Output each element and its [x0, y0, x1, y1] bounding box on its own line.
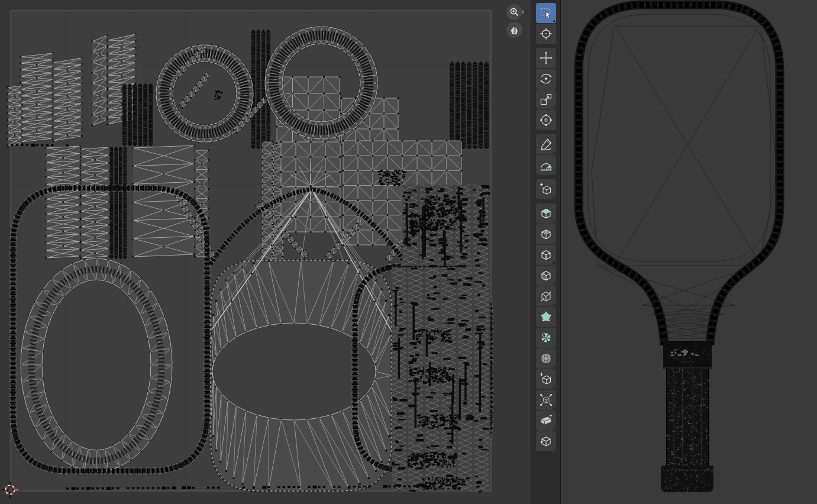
submenu-corner-indicator [553, 303, 555, 305]
edit-mode-toolbar [531, 0, 561, 504]
poly-build-icon [539, 310, 553, 324]
submenu-corner-indicator [553, 20, 555, 22]
transform-icon [539, 113, 553, 127]
rotate-icon [539, 72, 553, 86]
submenu-corner-indicator [553, 386, 555, 388]
tool-cursor-button[interactable] [536, 24, 556, 44]
submenu-corner-indicator [553, 282, 555, 285]
select-box-icon [539, 6, 553, 20]
add-cube-icon [539, 182, 553, 196]
tool-bevel-button[interactable] [536, 245, 556, 265]
shear-icon [539, 413, 553, 428]
smooth-icon [539, 351, 553, 366]
loop-cut-icon [539, 269, 553, 283]
tool-loop-cut-button[interactable] [536, 266, 556, 286]
scale-icon [539, 92, 553, 106]
tool-move-button[interactable] [536, 48, 556, 68]
tool-rip-region-button[interactable] [536, 431, 556, 451]
region-collapse-arrow[interactable]: ‹ [521, 8, 525, 17]
submenu-corner-indicator [553, 220, 555, 222]
pan-icon [509, 25, 519, 35]
pan-button[interactable] [506, 22, 522, 38]
tool-annotate-button[interactable] [536, 134, 556, 154]
shrink-fatten-icon [539, 393, 553, 407]
tool-add-cube-button[interactable] [536, 179, 556, 199]
tool-shrink-fatten-button[interactable] [536, 390, 556, 410]
uv-editor-pane: ‹ [0, 0, 531, 504]
submenu-corner-indicator [553, 406, 555, 409]
tool-shear-button[interactable] [536, 411, 556, 431]
tool-rotate-button[interactable] [536, 69, 556, 89]
tool-smooth-button[interactable] [536, 348, 556, 369]
tool-spin-button[interactable] [536, 328, 556, 348]
tool-poly-build-button[interactable] [536, 307, 556, 327]
viewport-3d-canvas[interactable] [561, 0, 817, 504]
submenu-corner-indicator [553, 427, 555, 429]
submenu-corner-indicator [553, 448, 555, 450]
bevel-icon [539, 248, 553, 262]
submenu-corner-indicator [553, 261, 555, 264]
tool-knife-button[interactable] [536, 286, 556, 306]
submenu-corner-indicator [553, 196, 555, 198]
knife-icon [539, 289, 553, 303]
tool-select-box-button[interactable] [536, 3, 556, 23]
tool-transform-button[interactable] [536, 110, 556, 130]
tool-extrude-region-button[interactable] [536, 203, 556, 224]
tool-inset-faces-button[interactable] [536, 224, 556, 244]
edge-slide-icon [539, 372, 553, 386]
extrude-region-icon [539, 206, 553, 221]
tool-edge-slide-button[interactable] [536, 369, 556, 389]
rip-region-icon [539, 434, 553, 448]
submenu-corner-indicator [553, 106, 555, 108]
viewport-3d-pane [561, 0, 817, 504]
spin-icon [539, 331, 553, 345]
tool-measure-button[interactable] [536, 155, 556, 175]
measure-icon [539, 158, 553, 172]
cursor-icon [539, 27, 553, 41]
tool-scale-button[interactable] [536, 89, 556, 109]
uv-editor-canvas[interactable] [0, 0, 531, 504]
submenu-corner-indicator [553, 365, 555, 367]
blender-window: ‹ [0, 0, 817, 504]
zoom-button[interactable] [506, 4, 522, 20]
submenu-corner-indicator [553, 151, 555, 153]
annotate-icon [539, 137, 553, 151]
zoom-icon [509, 7, 519, 17]
move-icon [539, 51, 553, 65]
inset-faces-icon [539, 227, 553, 241]
